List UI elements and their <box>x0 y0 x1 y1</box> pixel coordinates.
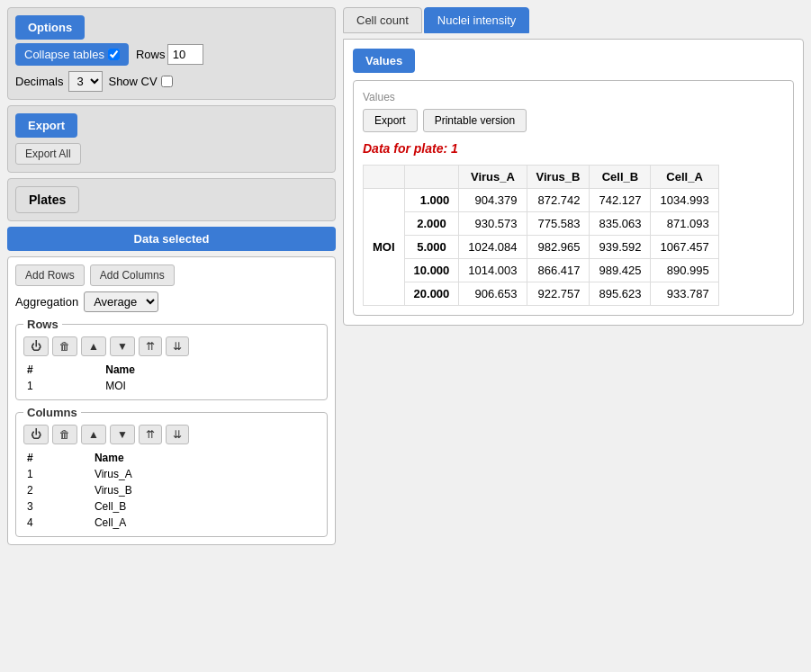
add-columns-button[interactable]: Add Columns <box>90 264 175 286</box>
moi-val-2: 2.000 <box>404 212 459 236</box>
columns-up-btn[interactable]: ▲ <box>81 425 106 444</box>
export-all-button[interactable]: Export All <box>15 143 81 165</box>
tab-cell-count[interactable]: Cell count <box>343 7 422 33</box>
config-box: Add Rows Add Columns Aggregation Average… <box>7 256 336 545</box>
tab-nuclei-intensity[interactable]: Nuclei intensity <box>424 7 529 33</box>
left-panel: Options Collapse tables Rows Decimals 3 … <box>7 7 336 545</box>
columns-toolbar: ⏻ 🗑 ▲ ▼ ⇈ ⇊ <box>23 425 320 444</box>
values-tab-button[interactable]: Values <box>353 49 415 73</box>
rows-name-header: Name <box>102 362 320 378</box>
rows-input-group: Rows <box>136 44 204 65</box>
add-buttons-row: Add Rows Add Columns <box>15 264 328 286</box>
table-row: 10.000 1014.003 866.417 989.425 890.995 <box>364 259 719 282</box>
columns-items-table: # Name 1 Virus_A 2 Virus_B 3 Cell_B <box>23 450 320 531</box>
columns-trash-btn[interactable]: 🗑 <box>52 425 77 444</box>
collapse-tables-label: Collapse tables <box>15 43 129 66</box>
table-row: 20.000 906.653 922.757 895.623 933.787 <box>364 282 719 306</box>
col-item-2: 2 Virus_B <box>23 482 320 498</box>
columns-down-btn[interactable]: ▼ <box>110 425 135 444</box>
values-toolbar: Export Printable version <box>363 109 784 132</box>
export-values-btn[interactable]: Export <box>363 109 418 132</box>
col-item-3: 3 Cell_B <box>23 498 320 515</box>
aggregation-row: Aggregation Average Sum Min Max <box>15 291 328 312</box>
rows-power-btn[interactable]: ⏻ <box>23 336 49 356</box>
plate-title: Data for plate: 1 <box>363 141 784 156</box>
values-box-title: Values <box>363 91 395 103</box>
moi-val-4: 10.000 <box>404 259 459 282</box>
export-section: Export Export All <box>7 105 336 173</box>
rows-up-btn[interactable]: ▲ <box>81 336 106 356</box>
columns-fieldset-legend: Columns <box>23 406 81 419</box>
moi-val-3: 5.000 <box>404 236 459 259</box>
options-button[interactable]: Options <box>15 15 85 40</box>
main-tabs: Cell count Nuclei intensity <box>343 7 804 33</box>
values-box: Values Export Printable version Data for… <box>353 80 794 316</box>
rows-sort-desc-btn[interactable]: ⇊ <box>166 336 189 356</box>
tab-content: Values Values Export Printable version D… <box>343 39 804 326</box>
rows-fieldset: Rows ⏻ 🗑 ▲ ▼ ⇈ ⇊ # Name 1 MOI <box>15 318 328 400</box>
show-cv-checkbox[interactable] <box>161 76 173 87</box>
export-button[interactable]: Export <box>15 113 77 138</box>
options-section: Options Collapse tables Rows Decimals 3 … <box>7 7 336 100</box>
rows-number-input[interactable] <box>167 44 203 65</box>
table-row: 5.000 1024.084 982.965 939.592 1067.457 <box>364 236 719 259</box>
rows-sort-asc-btn[interactable]: ⇈ <box>139 336 162 356</box>
decimals-select[interactable]: 3 <box>68 71 103 92</box>
table-row: MOI 1.000 904.379 872.742 742.127 1034.9… <box>364 189 719 212</box>
columns-fieldset: Columns ⏻ 🗑 ▲ ▼ ⇈ ⇊ # Name 1 Vi <box>15 406 328 537</box>
rows-trash-btn[interactable]: 🗑 <box>52 336 77 356</box>
moi-val-1: 1.000 <box>404 189 459 212</box>
plates-label: Plates <box>15 186 79 213</box>
col-item-1: 1 Virus_A <box>23 466 320 482</box>
right-panel: Cell count Nuclei intensity Values Value… <box>343 7 804 545</box>
columns-sort-desc-btn[interactable]: ⇊ <box>166 425 189 444</box>
rows-items-table: # Name 1 MOI <box>23 362 320 394</box>
rows-num-header: # <box>23 362 102 378</box>
moi-val-5: 20.000 <box>404 282 459 306</box>
col-item-4: 4 Cell_A <box>23 515 320 531</box>
printable-version-btn[interactable]: Printable version <box>423 109 527 132</box>
moi-label: MOI <box>364 189 405 306</box>
data-table: Virus_A Virus_B Cell_B Cell_A MOI 1.000 … <box>363 165 719 306</box>
add-rows-button[interactable]: Add Rows <box>15 264 85 286</box>
col-num-header: # <box>23 450 91 466</box>
columns-sort-asc-btn[interactable]: ⇈ <box>139 425 162 444</box>
rows-down-btn[interactable]: ▼ <box>110 336 135 356</box>
columns-power-btn[interactable]: ⏻ <box>23 425 49 444</box>
show-cv-group: Show CV <box>108 75 172 88</box>
data-selected-button[interactable]: Data selected <box>7 227 336 251</box>
rows-toolbar: ⏻ 🗑 ▲ ▼ ⇈ ⇊ <box>23 336 320 356</box>
col-name-header: Name <box>91 450 320 466</box>
rows-item-1: 1 MOI <box>23 378 320 394</box>
aggregation-select[interactable]: Average Sum Min Max <box>84 291 158 312</box>
plates-section: Plates <box>7 178 336 221</box>
collapse-tables-checkbox[interactable] <box>108 49 120 60</box>
rows-fieldset-legend: Rows <box>23 318 62 331</box>
table-row: 2.000 930.573 775.583 835.063 871.093 <box>364 212 719 236</box>
data-selected-section: Data selected Add Rows Add Columns Aggre… <box>7 227 336 545</box>
